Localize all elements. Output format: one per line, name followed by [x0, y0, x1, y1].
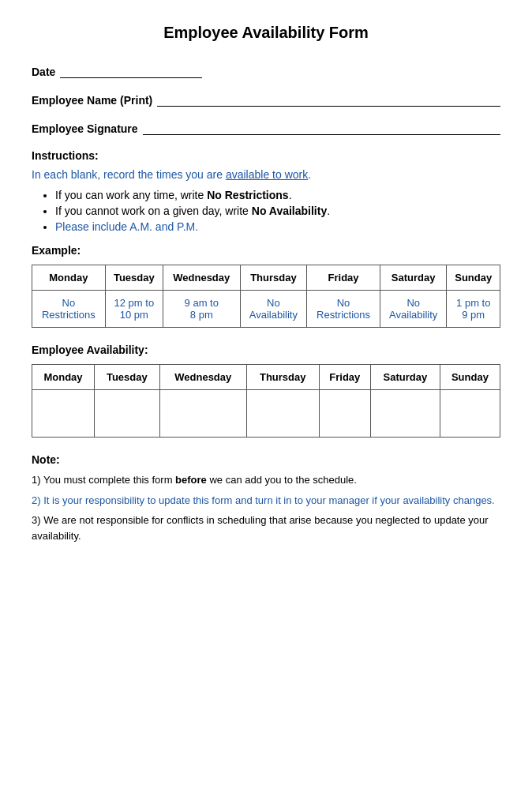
example-header: Example:: [32, 244, 500, 257]
example-cell-sunday: 1 pm to9 pm: [447, 291, 500, 328]
example-col-saturday: Saturday: [380, 265, 447, 291]
example-col-friday: Friday: [307, 265, 380, 291]
example-col-tuesday: Tuesday: [105, 265, 163, 291]
example-col-thursday: Thursday: [240, 265, 307, 291]
example-cell-friday: NoRestrictions: [307, 291, 380, 328]
example-cell-monday: NoRestrictions: [32, 291, 106, 328]
avail-cell-tuesday[interactable]: [95, 390, 160, 438]
note-line-3: 3) We are not responsible for conflicts …: [32, 513, 500, 543]
avail-cell-wednesday[interactable]: [159, 390, 246, 438]
name-field-row: Employee Name (Print): [32, 92, 500, 107]
avail-col-thursday: Thursday: [246, 365, 319, 390]
date-line: [60, 64, 202, 78]
avail-col-wednesday: Wednesday: [159, 365, 246, 390]
signature-label: Employee Signature: [32, 122, 138, 135]
availability-table: Monday Tuesday Wednesday Thursday Friday…: [32, 364, 500, 438]
example-cell-tuesday: 12 pm to10 pm: [105, 291, 163, 328]
avail-col-saturday: Saturday: [370, 365, 440, 390]
bullet-2: If you cannot work on a given day, write…: [55, 205, 500, 217]
avail-cell-sunday[interactable]: [440, 390, 500, 438]
avail-col-friday: Friday: [319, 365, 370, 390]
avail-cell-friday[interactable]: [319, 390, 370, 438]
avail-cell-monday[interactable]: [32, 390, 95, 438]
example-cell-saturday: NoAvailability: [380, 291, 447, 328]
example-cell-wednesday: 9 am to8 pm: [163, 291, 240, 328]
name-line: [157, 92, 500, 107]
example-col-sunday: Sunday: [447, 265, 500, 291]
bullet-3: Please include A.M. and P.M.: [55, 220, 500, 233]
signature-line: [143, 121, 500, 135]
note-header: Note:: [32, 453, 500, 466]
name-label: Employee Name (Print): [32, 94, 152, 107]
page-title: Employee Availability Form: [32, 24, 500, 42]
date-label: Date: [32, 66, 55, 78]
instructions-header: Instructions:: [32, 149, 500, 162]
note-line-2: 2) It is your responsibility to update t…: [32, 493, 500, 509]
avail-col-sunday: Sunday: [440, 365, 500, 390]
note-line-1: 1) You must complete this form before we…: [32, 472, 500, 488]
signature-field-row: Employee Signature: [32, 121, 500, 135]
example-table: Monday Tuesday Wednesday Thursday Friday…: [32, 265, 500, 328]
example-col-monday: Monday: [32, 265, 106, 291]
example-col-wednesday: Wednesday: [163, 265, 240, 291]
instructions-intro: In each blank, record the times you are …: [32, 168, 500, 181]
bullet-1: If you can work any time, write No Restr…: [55, 189, 500, 201]
avail-col-monday: Monday: [32, 365, 95, 390]
avail-col-tuesday: Tuesday: [95, 365, 160, 390]
date-field-row: Date: [32, 64, 500, 78]
availability-header: Employee Availability:: [32, 344, 500, 356]
avail-cell-thursday[interactable]: [246, 390, 319, 438]
example-cell-thursday: NoAvailability: [240, 291, 307, 328]
instructions-bullets: If you can work any time, write No Restr…: [32, 189, 500, 233]
avail-cell-saturday[interactable]: [370, 390, 440, 438]
